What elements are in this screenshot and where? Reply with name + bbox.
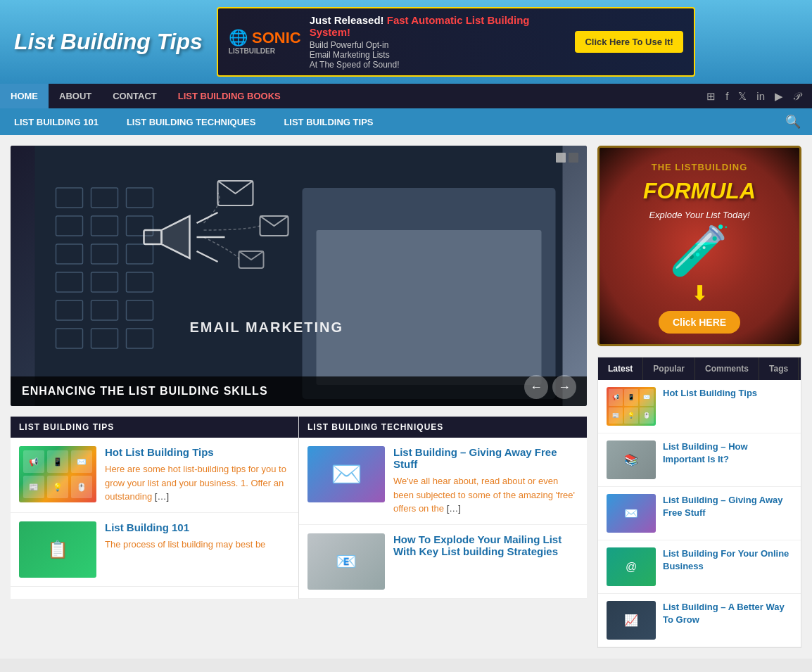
sidebar-article-2: 📚 List Building – How Important Is It?: [598, 433, 801, 487]
nav-101[interactable]: LIST BUILDING 101: [0, 110, 113, 134]
ad-logo-sub: LISTBUILDER: [229, 47, 301, 55]
tab-popular[interactable]: Popular: [643, 357, 695, 380]
secondary-nav: LIST BUILDING 101 LIST BUILDING TECHNIQU…: [0, 108, 812, 135]
sidebar-thumb-1: 📢 📱 ✉️ 📰 💡 🖱️: [607, 387, 656, 426]
article-title-explode[interactable]: How To Explode Your Mailing List With Ke…: [393, 533, 578, 557]
hero-svg: EMAIL MARKETING: [11, 146, 587, 406]
article-excerpt-giving-away: We've all hear about, read about or even…: [393, 474, 578, 516]
article-giving-away: ✉️ List Building – Giving Away Free Stuf…: [299, 438, 587, 525]
primary-nav-links: HOME ABOUT CONTACT LIST BUILDING BOOKS: [0, 84, 291, 108]
article-thumb-list101: 📋: [19, 521, 96, 578]
sidebar-ad-tagline: Explode Your List Today!: [649, 210, 749, 220]
content-area: EMAIL MARKETING ENHANCING THE LIST BUILD…: [11, 146, 587, 648]
nav-contact[interactable]: CONTACT: [102, 84, 167, 108]
sidebar-article-body-3: List Building – Giving Away Free Stuff: [663, 494, 792, 519]
youtube-icon[interactable]: ▶: [775, 90, 783, 103]
tab-content: 📢 📱 ✉️ 📰 💡 🖱️ Hot List Building Tips: [598, 380, 801, 647]
sidebar: THE LISTBUILDING FORMULA Explode Your Li…: [597, 146, 801, 648]
tab-latest[interactable]: Latest: [598, 357, 643, 380]
slider-controls: ← →: [524, 375, 576, 399]
thumb-list101-image: 📋: [19, 521, 96, 578]
site-title: List Building Tips: [14, 29, 203, 55]
ad-logo-text: SONIC: [252, 29, 301, 46]
slider-next-button[interactable]: →: [552, 375, 576, 399]
article-explode: 📧 How To Explode Your Mailing List With …: [299, 525, 587, 599]
section-techniques-header: LIST BUILDING TECHNIQUES: [299, 417, 587, 438]
header-ad[interactable]: 🌐 SONIC LISTBUILDER Just Released! Fast …: [217, 7, 695, 77]
sidebar-article-1: 📢 📱 ✉️ 📰 💡 🖱️ Hot List Building Tips: [598, 380, 801, 433]
thumb-icon-1: 📢: [23, 450, 44, 473]
slider-prev-button[interactable]: ←: [524, 375, 548, 399]
ad-headline: Just Released! Fast Automatic List Build…: [310, 14, 567, 38]
sidebar-article-title-4[interactable]: List Building For Your Online Business: [663, 548, 789, 571]
article-thumb-explode: 📧: [307, 533, 385, 590]
sidebar-ad-title-line1: THE LISTBUILDING: [652, 162, 748, 172]
twitter-icon[interactable]: 𝕏: [738, 90, 747, 103]
sidebar-thumb-4: @: [607, 547, 656, 586]
sidebar-ad-cta-button[interactable]: Click HERE: [659, 311, 740, 334]
tab-tags[interactable]: Tags: [759, 357, 799, 380]
linkedin-icon[interactable]: in: [756, 90, 765, 102]
article-title-hot-tips[interactable]: Hot List Building Tips: [105, 446, 290, 458]
section-tips: LIST BUILDING TIPS 📢 📱 ✉️ 📰 💡 🖱️: [11, 417, 299, 599]
sidebar-thumb-email-3: ✉️: [607, 494, 656, 533]
sidebar-article-5: 📈 List Building – A Better Way To Grow: [598, 594, 801, 647]
social-icons: ⊞ f 𝕏 in ▶ 𝒫: [706, 90, 812, 103]
sidebar-article-title-1[interactable]: Hot List Building Tips: [663, 388, 757, 398]
nav-tips[interactable]: LIST BUILDING TIPS: [269, 110, 387, 134]
slider-dot-2: [569, 153, 578, 163]
article-body-giving-away: List Building – Giving Away Free Stuff W…: [393, 446, 578, 516]
sidebar-thumb-list-2: 📚: [607, 440, 656, 479]
article-hot-tips: 📢 📱 ✉️ 📰 💡 🖱️ Hot List Building Tips: [11, 438, 298, 513]
sidebar-article-3: ✉️ List Building – Giving Away Free Stuf…: [598, 487, 801, 540]
sidebar-ad-title-line2: FORMULA: [643, 178, 756, 204]
article-body-list101: List Building 101 The process of list bu…: [105, 521, 290, 578]
thumb-icon-5: 💡: [47, 476, 68, 498]
secondary-nav-links: LIST BUILDING 101 LIST BUILDING TECHNIQU…: [0, 110, 388, 134]
search-icon[interactable]: 🔍: [774, 108, 812, 135]
sidebar-article-body-4: List Building For Your Online Business: [663, 547, 792, 573]
ad-text-block: Just Released! Fast Automatic List Build…: [310, 14, 567, 70]
facebook-icon[interactable]: f: [725, 90, 728, 102]
section-techniques: LIST BUILDING TECHNIQUES ✉️ List Buildin…: [299, 417, 587, 599]
svg-rect-28: [317, 230, 542, 385]
two-col-sections: LIST BUILDING TIPS 📢 📱 ✉️ 📰 💡 🖱️: [11, 417, 587, 599]
main-wrapper: EMAIL MARKETING ENHANCING THE LIST BUILD…: [0, 135, 812, 659]
nav-about[interactable]: ABOUT: [49, 84, 102, 108]
header-ad-cta[interactable]: Click Here To Use It!: [575, 31, 683, 53]
thumb-icon-2: 📱: [47, 450, 68, 473]
hero-image: EMAIL MARKETING: [11, 146, 587, 406]
article-title-giving-away[interactable]: List Building – Giving Away Free Stuff: [393, 446, 578, 470]
svg-rect-20: [144, 230, 162, 244]
sidebar-ad-inner: THE LISTBUILDING FORMULA Explode Your Li…: [600, 148, 799, 344]
thumb-explode-image: 📧: [307, 533, 385, 590]
thumb-icon-6: 🖱️: [71, 476, 92, 498]
primary-nav: HOME ABOUT CONTACT LIST BUILDING BOOKS ⊞…: [0, 84, 812, 108]
nav-techniques[interactable]: LIST BUILDING TECHNIQUES: [113, 110, 269, 134]
tabs-header: Latest Popular Comments Tags: [598, 357, 801, 380]
thumb-icon-4: 📰: [23, 476, 44, 498]
sidebar-article-title-3[interactable]: List Building – Giving Away Free Stuff: [663, 495, 782, 518]
sidebar-article-title-5[interactable]: List Building – A Better Way To Grow: [663, 602, 785, 625]
pinterest-icon[interactable]: 𝒫: [793, 90, 801, 103]
svg-text:EMAIL MARKETING: EMAIL MARKETING: [190, 319, 344, 335]
site-header: List Building Tips 🌐 SONIC LISTBUILDER J…: [0, 0, 812, 84]
hero-slider: EMAIL MARKETING ENHANCING THE LIST BUILD…: [11, 146, 587, 406]
hero-caption: ENHANCING THE LIST BUILDING SKILLS: [11, 376, 587, 406]
envelope-icon: ✉️: [331, 459, 362, 489]
thumb-email-image: ✉️: [307, 446, 385, 502]
rss-icon[interactable]: ⊞: [706, 90, 716, 103]
sidebar-article-body-2: List Building – How Important Is It?: [663, 440, 792, 466]
article-body-hot-tips: Hot List Building Tips Here are some hot…: [105, 446, 290, 504]
tab-comments[interactable]: Comments: [695, 357, 759, 380]
sidebar-ad[interactable]: THE LISTBUILDING FORMULA Explode Your Li…: [597, 146, 801, 346]
article-list101: 📋 List Building 101 The process of list …: [11, 513, 298, 587]
nav-books[interactable]: LIST BUILDING BOOKS: [167, 84, 291, 108]
ad-logo: 🌐 SONIC LISTBUILDER: [229, 29, 301, 55]
slider-dot-1: [556, 153, 566, 163]
slider-dots: [556, 153, 578, 163]
nav-home[interactable]: HOME: [0, 84, 49, 108]
article-title-list101[interactable]: List Building 101: [105, 521, 290, 533]
sidebar-thumb-tips-1: 📢 📱 ✉️ 📰 💡 🖱️: [607, 387, 656, 426]
sidebar-article-title-2[interactable]: List Building – How Important Is It?: [663, 441, 748, 464]
